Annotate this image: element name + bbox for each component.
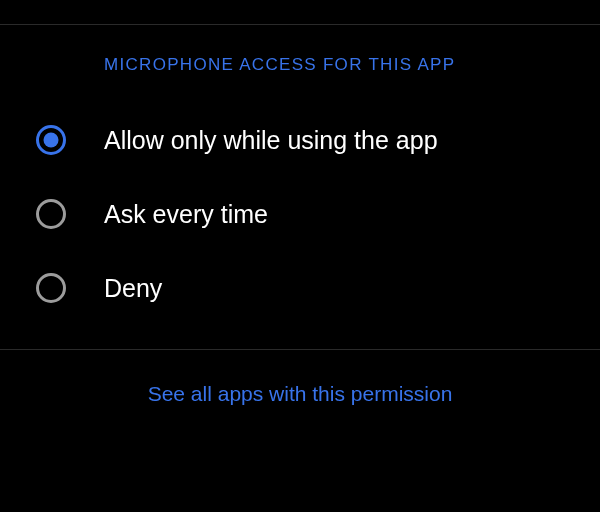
radio-button-selected-icon — [36, 125, 66, 155]
radio-button-unselected-icon — [36, 273, 66, 303]
footer-link-container: See all apps with this permission — [0, 350, 600, 438]
see-all-apps-link[interactable]: See all apps with this permission — [148, 382, 453, 405]
radio-option-deny[interactable]: Deny — [0, 251, 600, 325]
radio-button-unselected-icon — [36, 199, 66, 229]
radio-group: Allow only while using the app Ask every… — [0, 87, 600, 349]
radio-option-ask-every-time[interactable]: Ask every time — [0, 177, 600, 251]
radio-label: Allow only while using the app — [104, 126, 438, 155]
radio-label: Ask every time — [104, 200, 268, 229]
section-header: MICROPHONE ACCESS FOR THIS APP — [0, 25, 600, 87]
radio-option-allow-while-using[interactable]: Allow only while using the app — [0, 103, 600, 177]
radio-label: Deny — [104, 274, 162, 303]
